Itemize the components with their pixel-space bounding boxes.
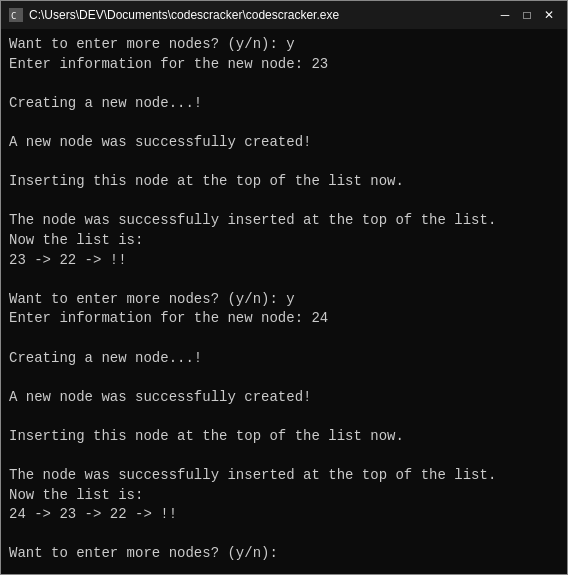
console-line: Creating a new node...! <box>9 349 559 369</box>
console-line: Inserting this node at the top of the li… <box>9 172 559 192</box>
console-line: Now the list is: <box>9 486 559 506</box>
window: C C:\Users\DEV\Documents\codescracker\co… <box>0 0 568 575</box>
svg-text:C: C <box>11 11 16 21</box>
title-bar: C C:\Users\DEV\Documents\codescracker\co… <box>1 1 567 29</box>
console-line <box>9 446 559 466</box>
console-output: Want to enter more nodes? (y/n): yEnter … <box>1 29 567 574</box>
close-button[interactable]: ✕ <box>539 6 559 24</box>
console-line <box>9 407 559 427</box>
console-line: Creating a new node...! <box>9 94 559 114</box>
console-line <box>9 192 559 212</box>
console-line: The node was successfully inserted at th… <box>9 211 559 231</box>
console-line: Enter information for the new node: 23 <box>9 55 559 75</box>
console-line: A new node was successfully created! <box>9 133 559 153</box>
minimize-button[interactable]: ─ <box>495 6 515 24</box>
title-bar-left: C C:\Users\DEV\Documents\codescracker\co… <box>9 8 339 22</box>
console-line: The node was successfully inserted at th… <box>9 466 559 486</box>
console-line <box>9 329 559 349</box>
console-line: Want to enter more nodes? (y/n): y <box>9 35 559 55</box>
console-line <box>9 74 559 94</box>
console-line: Inserting this node at the top of the li… <box>9 427 559 447</box>
console-line: 24 -> 23 -> 22 -> !! <box>9 505 559 525</box>
console-line: Want to enter more nodes? (y/n): y <box>9 290 559 310</box>
console-line <box>9 525 559 545</box>
console-line: Enter information for the new node: 24 <box>9 309 559 329</box>
maximize-button[interactable]: □ <box>517 6 537 24</box>
terminal-icon: C <box>9 8 23 22</box>
console-line <box>9 153 559 173</box>
console-line: Now the list is: <box>9 231 559 251</box>
console-line <box>9 113 559 133</box>
console-line <box>9 368 559 388</box>
console-line: A new node was successfully created! <box>9 388 559 408</box>
console-line: 23 -> 22 -> !! <box>9 251 559 271</box>
title-buttons: ─ □ ✕ <box>495 6 559 24</box>
window-title: C:\Users\DEV\Documents\codescracker\code… <box>29 8 339 22</box>
console-line: Want to enter more nodes? (y/n): <box>9 544 559 564</box>
console-line <box>9 270 559 290</box>
